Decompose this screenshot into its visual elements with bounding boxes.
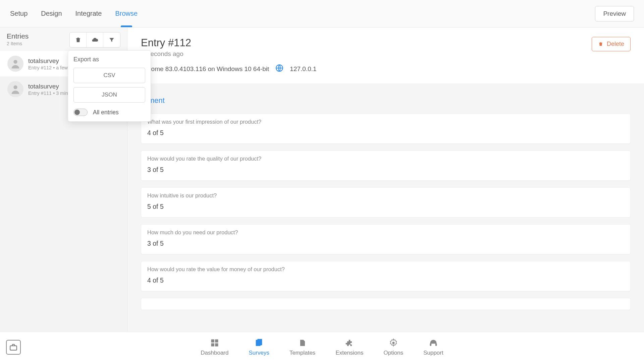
answer: 5 of 5: [147, 203, 624, 210]
question: How much do you need our product?: [147, 229, 624, 236]
toggle-knob: [74, 110, 80, 115]
top-tabs: Setup Design Integrate Browse: [10, 0, 138, 27]
question: How intuitive is our product?: [147, 192, 624, 199]
svg-rect-3: [10, 346, 17, 350]
delete-label: Delete: [607, 41, 624, 48]
sidebar-subtitle: 2 Items: [7, 41, 29, 46]
delete-icon: [598, 41, 603, 47]
svg-rect-11: [430, 343, 431, 346]
surveys-icon: [254, 338, 264, 348]
answer: 3 of 5: [147, 166, 624, 174]
sidebar-title: Entries: [7, 32, 29, 40]
nav-label: Extensions: [335, 350, 363, 356]
export-json-button[interactable]: JSON: [73, 87, 145, 103]
cloud-download-icon: [92, 37, 98, 43]
answer: 3 of 5: [147, 240, 624, 247]
qa-card: How would you rate the quality of our pr…: [141, 150, 631, 181]
user-icon: [10, 58, 21, 69]
sidebar-head: Entries 2 Items: [0, 27, 127, 51]
svg-rect-5: [215, 339, 218, 342]
globe-icon: [275, 64, 284, 74]
toggle-label: All entries: [93, 109, 119, 116]
entry-head: Entry #112 w seconds ago Delete: [141, 37, 631, 58]
qa-card: How would you rate the value for money o…: [141, 261, 631, 291]
extensions-icon: [345, 338, 354, 348]
entry-detail: Entry #112 w seconds ago Delete Chrome 8…: [127, 27, 644, 332]
filter-button[interactable]: [103, 33, 120, 47]
user-icon: [10, 83, 21, 95]
preview-button[interactable]: Preview: [595, 6, 634, 21]
bottom-nav: Dashboard Surveys Templates Extensions O…: [0, 332, 644, 362]
delete-button[interactable]: Delete: [592, 37, 631, 51]
sidebar-actions: [69, 32, 120, 48]
nav-options[interactable]: Options: [384, 338, 404, 356]
browser-info: Chrome 83.0.4103.116 on Windows 10 64-bi…: [141, 65, 269, 73]
export-title: Export as: [73, 56, 145, 63]
all-entries-toggle-row: All entries: [73, 109, 145, 116]
nav-label: Support: [423, 350, 443, 356]
entry-meta-row: Chrome 83.0.4103.116 on Windows 10 64-bi…: [141, 64, 631, 74]
tab-browse[interactable]: Browse: [115, 0, 138, 27]
nav-label: Surveys: [249, 350, 269, 356]
entry-title: Entry #112: [141, 37, 191, 49]
svg-point-10: [392, 342, 394, 344]
question: How would you rate the value for money o…: [147, 266, 624, 273]
tab-design[interactable]: Design: [41, 0, 62, 27]
qa-card: What was your first impression of our pr…: [141, 114, 631, 144]
nav-label: Options: [384, 350, 404, 356]
tab-integrate[interactable]: Integrate: [75, 0, 102, 27]
templates-icon: [298, 338, 307, 348]
question: What was your first impression of our pr…: [147, 119, 624, 125]
svg-point-1: [13, 85, 17, 89]
question: [147, 303, 624, 309]
entry-meta: Entry #112 • a few: [28, 65, 68, 70]
nav-dashboard[interactable]: Dashboard: [201, 338, 228, 356]
briefcase-button[interactable]: [6, 340, 21, 355]
nav-label: Dashboard: [201, 350, 228, 356]
export-button[interactable]: [87, 33, 103, 47]
section-title: ssment: [141, 96, 631, 105]
qa-card-partial: [141, 298, 631, 310]
export-popover: Export as CSV JSON All entries: [68, 50, 151, 122]
support-icon: [429, 338, 438, 348]
filter-icon: [108, 37, 115, 43]
svg-point-0: [13, 60, 17, 64]
dashboard-icon: [210, 338, 219, 348]
nav-surveys[interactable]: Surveys: [249, 338, 269, 356]
browser-text: Chrome 83.0.4103.116 on Windows 10 64-bi…: [141, 65, 269, 73]
qa-card: How intuitive is our product? 5 of 5: [141, 187, 631, 218]
nav-label: Templates: [289, 350, 315, 356]
nav-templates[interactable]: Templates: [289, 338, 315, 356]
entry-meta: Entry #111 • 3 min: [28, 90, 68, 96]
trash-icon: [75, 37, 82, 43]
question: How would you rate the quality of our pr…: [147, 156, 624, 162]
entry-user: totalsurvey: [28, 57, 68, 65]
avatar: [7, 56, 23, 72]
all-entries-toggle[interactable]: [73, 109, 88, 116]
section-assessment: ssment What was your first impression of…: [141, 96, 631, 310]
avatar: [7, 81, 23, 97]
nav-support[interactable]: Support: [423, 338, 443, 356]
ip-text: 127.0.0.1: [290, 65, 316, 73]
svg-rect-7: [215, 343, 218, 346]
entry-user: totalsurvey: [28, 83, 68, 90]
tab-setup[interactable]: Setup: [10, 0, 28, 27]
export-csv-button[interactable]: CSV: [73, 68, 145, 83]
answer: 4 of 5: [147, 129, 624, 137]
briefcase-icon: [9, 343, 18, 352]
options-icon: [389, 338, 398, 348]
svg-rect-4: [211, 339, 214, 342]
svg-rect-6: [211, 343, 214, 346]
nav-extensions[interactable]: Extensions: [335, 338, 363, 356]
svg-rect-12: [435, 343, 437, 346]
top-nav: Setup Design Integrate Browse Preview: [0, 0, 644, 27]
qa-card: How much do you need our product? 3 of 5: [141, 224, 631, 254]
svg-rect-9: [258, 339, 262, 345]
trash-button[interactable]: [70, 33, 87, 47]
answer: 4 of 5: [147, 277, 624, 284]
